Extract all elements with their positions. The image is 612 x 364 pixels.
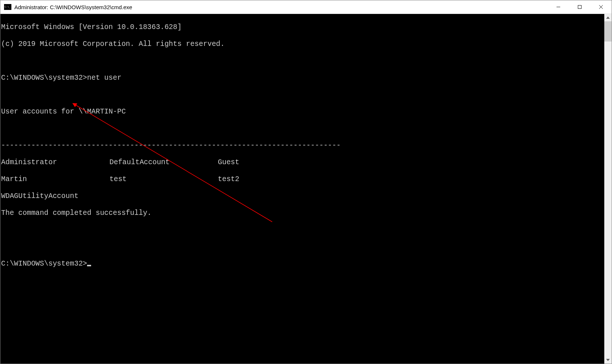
prompt-line-2: C:\WINDOWS\system32>: [1, 260, 604, 268]
user-cell: test: [109, 175, 218, 184]
text-cursor: [87, 265, 91, 266]
chevron-up-icon: [606, 17, 610, 19]
completion-message: The command completed successfully.: [1, 209, 604, 217]
terminal-output[interactable]: Microsoft Windows [Version 10.0.18363.62…: [0, 14, 604, 364]
blank-line: [1, 125, 604, 133]
user-cell: Administrator: [1, 158, 109, 167]
banner-copyright: (c) 2019 Microsoft Corporation. All righ…: [1, 40, 604, 48]
close-icon: [599, 5, 603, 9]
close-button[interactable]: [590, 0, 612, 14]
cmd-icon: [4, 4, 11, 10]
user-cell: [218, 192, 326, 201]
user-cell: DefaultAccount: [109, 158, 218, 167]
maximize-icon: [577, 5, 582, 9]
user-row-2: Martintesttest2: [1, 175, 604, 184]
blank-line: [1, 57, 604, 65]
user-cell: Guest: [218, 158, 326, 167]
user-cell: [109, 192, 218, 201]
svg-rect-1: [578, 6, 582, 9]
command-text: net user: [87, 74, 122, 82]
user-cell: test2: [218, 175, 326, 184]
minimize-button[interactable]: [548, 0, 569, 14]
blank-line: [1, 91, 604, 99]
user-cell: WDAGUtilityAccount: [1, 192, 109, 201]
cmd-window: Administrator: C:\WINDOWS\system32\cmd.e…: [0, 0, 612, 364]
user-row-3: WDAGUtilityAccount: [1, 192, 604, 201]
window-title: Administrator: C:\WINDOWS\system32\cmd.e…: [14, 4, 548, 10]
scrollbar-thumb[interactable]: [604, 21, 612, 42]
user-cell: Martin: [1, 175, 109, 184]
banner-version: Microsoft Windows [Version 10.0.18363.62…: [1, 23, 604, 32]
divider-line: ----------------------------------------…: [1, 141, 604, 150]
prompt-text: C:\WINDOWS\system32>: [1, 260, 87, 268]
titlebar[interactable]: Administrator: C:\WINDOWS\system32\cmd.e…: [0, 0, 612, 14]
scroll-up-button[interactable]: [604, 14, 612, 21]
prompt-text: C:\WINDOWS\system32>: [1, 74, 87, 82]
maximize-button[interactable]: [569, 0, 590, 14]
prompt-line-1: C:\WINDOWS\system32>net user: [1, 74, 604, 82]
client-area: Microsoft Windows [Version 10.0.18363.62…: [0, 14, 612, 364]
scroll-down-button[interactable]: [604, 356, 612, 364]
vertical-scrollbar[interactable]: [604, 14, 612, 364]
scrollbar-track[interactable]: [604, 21, 612, 356]
minimize-icon: [556, 5, 561, 9]
output-header: User accounts for \\MARTIN-PC: [1, 108, 604, 116]
window-controls: [548, 0, 612, 14]
blank-line: [1, 243, 604, 251]
user-row-1: AdministratorDefaultAccountGuest: [1, 158, 604, 167]
blank-line: [1, 226, 604, 234]
chevron-down-icon: [606, 359, 610, 361]
